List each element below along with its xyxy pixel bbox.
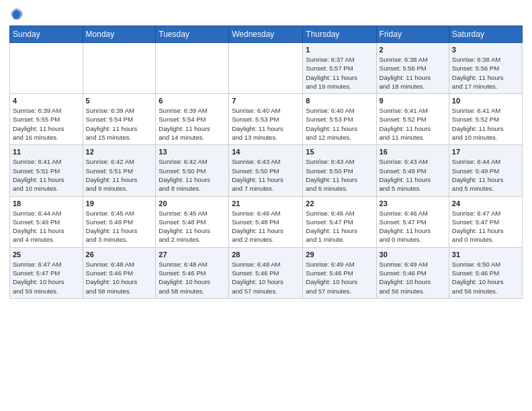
day-number: 31	[452, 250, 519, 259]
day-number: 18	[13, 199, 80, 208]
day-detail: Sunrise: 6:42 AM Sunset: 5:50 PM Dayligh…	[159, 157, 226, 193]
day-number: 9	[380, 97, 446, 105]
day-number: 26	[86, 250, 153, 259]
day-number: 30	[380, 250, 446, 259]
calendar-cell: 18Sunrise: 6:44 AM Sunset: 5:49 PM Dayli…	[10, 196, 83, 247]
day-number: 24	[452, 199, 519, 208]
day-detail: Sunrise: 6:43 AM Sunset: 5:50 PM Dayligh…	[306, 157, 373, 193]
day-number: 20	[159, 199, 226, 208]
day-number: 22	[306, 199, 373, 208]
header	[9, 7, 523, 21]
calendar-cell: 15Sunrise: 6:43 AM Sunset: 5:50 PM Dayli…	[303, 145, 376, 196]
day-detail: Sunrise: 6:42 AM Sunset: 5:51 PM Dayligh…	[86, 157, 153, 193]
calendar-cell: 26Sunrise: 6:48 AM Sunset: 5:46 PM Dayli…	[83, 247, 156, 298]
day-detail: Sunrise: 6:37 AM Sunset: 5:57 PM Dayligh…	[306, 55, 373, 91]
day-detail: Sunrise: 6:44 AM Sunset: 5:49 PM Dayligh…	[13, 209, 80, 244]
calendar-cell: 22Sunrise: 6:46 AM Sunset: 5:47 PM Dayli…	[303, 196, 376, 247]
day-detail: Sunrise: 6:40 AM Sunset: 5:53 PM Dayligh…	[306, 106, 373, 142]
day-number: 6	[159, 97, 226, 105]
calendar-cell: 11Sunrise: 6:41 AM Sunset: 5:51 PM Dayli…	[10, 145, 83, 196]
calendar-cell: 7Sunrise: 6:40 AM Sunset: 5:53 PM Daylig…	[229, 94, 303, 145]
calendar-week-2: 4Sunrise: 6:39 AM Sunset: 5:55 PM Daylig…	[10, 94, 523, 145]
day-detail: Sunrise: 6:39 AM Sunset: 5:55 PM Dayligh…	[13, 106, 80, 142]
day-number: 2	[380, 46, 446, 54]
calendar-week-5: 25Sunrise: 6:47 AM Sunset: 5:47 PM Dayli…	[10, 247, 523, 298]
calendar-table: SundayMondayTuesdayWednesdayThursdayFrid…	[9, 26, 523, 299]
logo-icon	[9, 7, 24, 21]
calendar-week-4: 18Sunrise: 6:44 AM Sunset: 5:49 PM Dayli…	[10, 196, 523, 247]
day-detail: Sunrise: 6:48 AM Sunset: 5:46 PM Dayligh…	[232, 260, 300, 295]
calendar-cell: 14Sunrise: 6:43 AM Sunset: 5:50 PM Dayli…	[229, 145, 303, 196]
calendar-week-3: 11Sunrise: 6:41 AM Sunset: 5:51 PM Dayli…	[10, 145, 523, 196]
calendar-cell: 9Sunrise: 6:41 AM Sunset: 5:52 PM Daylig…	[376, 94, 449, 145]
calendar-cell: 17Sunrise: 6:44 AM Sunset: 5:49 PM Dayli…	[449, 145, 522, 196]
day-detail: Sunrise: 6:48 AM Sunset: 5:46 PM Dayligh…	[86, 260, 153, 295]
day-detail: Sunrise: 6:39 AM Sunset: 5:54 PM Dayligh…	[86, 106, 153, 142]
day-number: 16	[380, 148, 446, 156]
calendar-cell: 5Sunrise: 6:39 AM Sunset: 5:54 PM Daylig…	[83, 94, 156, 145]
calendar-cell	[156, 43, 229, 94]
day-detail: Sunrise: 6:41 AM Sunset: 5:51 PM Dayligh…	[13, 157, 80, 193]
day-detail: Sunrise: 6:50 AM Sunset: 5:46 PM Dayligh…	[452, 260, 519, 295]
day-detail: Sunrise: 6:43 AM Sunset: 5:50 PM Dayligh…	[232, 157, 300, 193]
calendar-week-1: 1Sunrise: 6:37 AM Sunset: 5:57 PM Daylig…	[10, 43, 523, 94]
weekday-header-sunday: Sunday	[10, 26, 83, 43]
day-number: 19	[86, 199, 153, 208]
calendar-cell: 6Sunrise: 6:39 AM Sunset: 5:54 PM Daylig…	[156, 94, 229, 145]
weekday-header-wednesday: Wednesday	[229, 26, 303, 43]
day-detail: Sunrise: 6:46 AM Sunset: 5:48 PM Dayligh…	[232, 209, 300, 244]
day-detail: Sunrise: 6:38 AM Sunset: 5:56 PM Dayligh…	[380, 55, 446, 91]
calendar-cell: 4Sunrise: 6:39 AM Sunset: 5:55 PM Daylig…	[10, 94, 83, 145]
day-number: 21	[232, 199, 300, 208]
day-detail: Sunrise: 6:46 AM Sunset: 5:47 PM Dayligh…	[380, 209, 446, 244]
day-detail: Sunrise: 6:48 AM Sunset: 5:46 PM Dayligh…	[159, 260, 226, 295]
calendar-cell: 31Sunrise: 6:50 AM Sunset: 5:46 PM Dayli…	[449, 247, 522, 298]
day-number: 28	[232, 250, 300, 259]
weekday-header-thursday: Thursday	[303, 26, 376, 43]
day-detail: Sunrise: 6:41 AM Sunset: 5:52 PM Dayligh…	[452, 106, 519, 142]
calendar-cell: 8Sunrise: 6:40 AM Sunset: 5:53 PM Daylig…	[303, 94, 376, 145]
day-number: 7	[232, 97, 300, 105]
calendar-cell: 30Sunrise: 6:49 AM Sunset: 5:46 PM Dayli…	[376, 247, 449, 298]
calendar-cell: 2Sunrise: 6:38 AM Sunset: 5:56 PM Daylig…	[376, 43, 449, 94]
calendar-cell: 16Sunrise: 6:43 AM Sunset: 5:49 PM Dayli…	[376, 145, 449, 196]
day-number: 5	[86, 97, 153, 105]
day-number: 23	[380, 199, 446, 208]
day-number: 4	[13, 97, 80, 105]
calendar-cell: 20Sunrise: 6:45 AM Sunset: 5:48 PM Dayli…	[156, 196, 229, 247]
calendar-cell: 29Sunrise: 6:49 AM Sunset: 5:46 PM Dayli…	[303, 247, 376, 298]
day-number: 17	[452, 148, 519, 156]
calendar-cell: 13Sunrise: 6:42 AM Sunset: 5:50 PM Dayli…	[156, 145, 229, 196]
weekday-header-monday: Monday	[83, 26, 156, 43]
calendar-cell: 25Sunrise: 6:47 AM Sunset: 5:47 PM Dayli…	[10, 247, 83, 298]
day-detail: Sunrise: 6:49 AM Sunset: 5:46 PM Dayligh…	[306, 260, 373, 295]
day-detail: Sunrise: 6:41 AM Sunset: 5:52 PM Dayligh…	[380, 106, 446, 142]
calendar-cell	[10, 43, 83, 94]
calendar-cell: 23Sunrise: 6:46 AM Sunset: 5:47 PM Dayli…	[376, 196, 449, 247]
day-detail: Sunrise: 6:40 AM Sunset: 5:53 PM Dayligh…	[232, 106, 300, 142]
weekday-header-tuesday: Tuesday	[156, 26, 229, 43]
calendar-cell: 21Sunrise: 6:46 AM Sunset: 5:48 PM Dayli…	[229, 196, 303, 247]
day-detail: Sunrise: 6:47 AM Sunset: 5:47 PM Dayligh…	[13, 260, 80, 295]
day-number: 12	[86, 148, 153, 156]
calendar-cell: 1Sunrise: 6:37 AM Sunset: 5:57 PM Daylig…	[303, 43, 376, 94]
day-number: 29	[306, 250, 373, 259]
day-number: 27	[159, 250, 226, 259]
day-number: 3	[452, 46, 519, 54]
day-detail: Sunrise: 6:45 AM Sunset: 5:48 PM Dayligh…	[86, 209, 153, 244]
logo	[9, 7, 27, 21]
calendar-cell: 3Sunrise: 6:38 AM Sunset: 5:56 PM Daylig…	[449, 43, 522, 94]
calendar-cell: 27Sunrise: 6:48 AM Sunset: 5:46 PM Dayli…	[156, 247, 229, 298]
day-number: 13	[159, 148, 226, 156]
calendar-cell: 10Sunrise: 6:41 AM Sunset: 5:52 PM Dayli…	[449, 94, 522, 145]
day-detail: Sunrise: 6:49 AM Sunset: 5:46 PM Dayligh…	[380, 260, 446, 295]
page-container: SundayMondayTuesdayWednesdayThursdayFrid…	[0, 0, 532, 306]
calendar-cell: 12Sunrise: 6:42 AM Sunset: 5:51 PM Dayli…	[83, 145, 156, 196]
calendar-cell: 24Sunrise: 6:47 AM Sunset: 5:47 PM Dayli…	[449, 196, 522, 247]
calendar-cell: 28Sunrise: 6:48 AM Sunset: 5:46 PM Dayli…	[229, 247, 303, 298]
day-detail: Sunrise: 6:39 AM Sunset: 5:54 PM Dayligh…	[159, 106, 226, 142]
day-number: 10	[452, 97, 519, 105]
day-detail: Sunrise: 6:38 AM Sunset: 5:56 PM Dayligh…	[452, 55, 519, 91]
day-detail: Sunrise: 6:47 AM Sunset: 5:47 PM Dayligh…	[452, 209, 519, 244]
day-number: 14	[232, 148, 300, 156]
